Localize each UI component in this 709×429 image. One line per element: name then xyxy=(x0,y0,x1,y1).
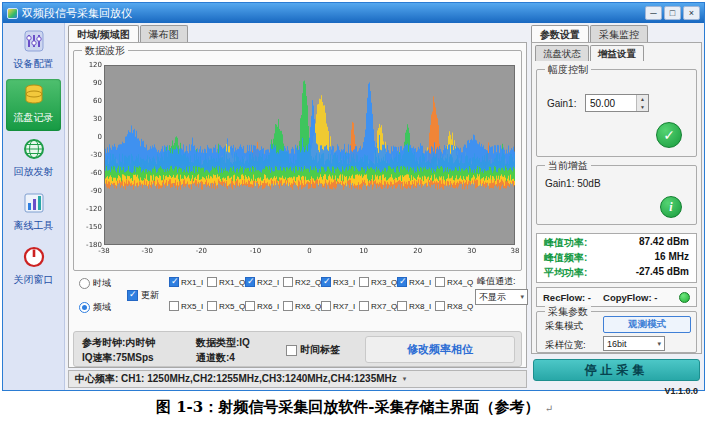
window-title: 双频段信号采集回放仪 xyxy=(22,6,132,21)
subtab-stream-status[interactable]: 流盘状态 xyxy=(535,45,589,61)
time-domain-label: 时域 xyxy=(93,277,111,290)
acq-mode-button[interactable]: 观测模式 xyxy=(603,316,691,333)
main-area: 时域/频域图 瀑布图 数据波形 时域 频域 更新 xyxy=(65,23,529,390)
avg-power-row: 平均功率: -27.45 dBm xyxy=(537,266,696,280)
version-text: V1.1.0.0 xyxy=(664,386,698,396)
sidebar-item-label: 关闭窗口 xyxy=(6,273,61,287)
peak-freq-label: 峰值频率: xyxy=(544,251,587,265)
measurements-box: 峰值功率: 87.42 dBm 峰值频率: 16 MHz 平均功率: -27.4… xyxy=(536,233,697,283)
peak-channel-dropdown[interactable]: 不显示 ▾ xyxy=(475,289,528,305)
settings-box: 流盘状态 增益设置 幅度控制 Gain1: 50.00 ▲▼ ✓ 当前增益 Ga… xyxy=(531,42,702,354)
apply-gain-button[interactable]: ✓ xyxy=(656,122,682,148)
acquisition-params-title: 采集参数 xyxy=(545,305,591,319)
channel-checkbox[interactable]: RX8_I xyxy=(397,301,435,311)
acquisition-params-group: 采集参数 采集模式 观测模式 采样位宽: 16bit ▾ xyxy=(536,311,697,353)
update-checkbox[interactable]: 更新 xyxy=(127,289,159,302)
figure-caption: 图 1-3：射频信号采集回放软件-采集存储主界面（参考） ↵ xyxy=(0,398,709,417)
channel-checkbox[interactable]: RX1_Q xyxy=(207,277,245,287)
peak-power-label: 峰值功率: xyxy=(544,236,587,250)
main-panel: 数据波形 时域 频域 更新 RX1_I RX1_Q xyxy=(68,42,527,368)
spinner-arrows[interactable]: ▲▼ xyxy=(636,95,648,111)
tab-parameter-settings[interactable]: 参数设置 xyxy=(531,25,589,42)
checkbox-box xyxy=(283,301,293,311)
sidebar-item-device-config[interactable]: 设备配置 xyxy=(6,25,61,77)
channel-checkbox[interactable]: RX2_Q xyxy=(283,277,321,287)
peak-channel-value: 不显示 xyxy=(479,291,506,304)
close-icon[interactable]: × xyxy=(683,6,700,20)
app-window: 双频段信号采集回放仪 ─ □ × 设备配置 流盘记录 回放发射 离线工具 关闭窗… xyxy=(2,2,705,391)
spinner-down-icon: ▼ xyxy=(637,103,648,111)
time-tag-checkbox[interactable]: 时间标签 xyxy=(286,343,340,357)
checkbox-box xyxy=(245,301,255,311)
channel-checkbox[interactable]: RX6_Q xyxy=(283,301,321,311)
right-panel: 参数设置 采集监控 流盘状态 增益设置 幅度控制 Gain1: 50.00 ▲▼… xyxy=(529,23,704,390)
app-icon xyxy=(7,8,18,19)
ref-clock-text: 参考时钟:内时钟 xyxy=(82,335,155,350)
gain-info-button[interactable]: i xyxy=(660,196,682,218)
gain1-label: Gain1: xyxy=(547,98,576,109)
channel-checkbox[interactable]: RX8_Q xyxy=(435,301,473,311)
power-icon xyxy=(22,245,46,269)
checkbox-box xyxy=(127,290,138,301)
tab-time-freq-domain[interactable]: 时域/频域图 xyxy=(68,25,139,42)
channel-checkbox[interactable]: RX4_I xyxy=(397,277,435,287)
time-domain-radio[interactable]: 时域 xyxy=(79,277,111,290)
channel-row-1: RX1_I RX1_Q RX2_I RX2_Q RX3_I RX3_Q RX4_… xyxy=(169,277,473,287)
channel-checkbox[interactable]: RX2_I xyxy=(245,277,283,287)
channel-checkbox[interactable]: RX5_Q xyxy=(207,301,245,311)
modify-freq-phase-button[interactable]: 修改频率相位 xyxy=(365,336,515,363)
right-tabstrip: 参数设置 采集监控 xyxy=(531,25,649,42)
sidebar-item-stream-record[interactable]: 流盘记录 xyxy=(6,79,61,131)
tab-waterfall[interactable]: 瀑布图 xyxy=(140,25,188,42)
sidebar-item-label: 流盘记录 xyxy=(6,111,61,125)
chevron-down-icon: ▾ xyxy=(520,293,524,301)
minimize-icon[interactable]: ─ xyxy=(645,6,662,20)
channel-checkbox[interactable]: RX3_I xyxy=(321,277,359,287)
sidebar-item-label: 回放发射 xyxy=(6,165,61,179)
channel-checkbox[interactable]: RX5_I xyxy=(169,301,207,311)
info-icon: i xyxy=(669,200,672,215)
checkbox-box xyxy=(359,277,369,287)
sidebar-item-close-window[interactable]: 关闭窗口 xyxy=(6,241,61,293)
freq-domain-label: 频域 xyxy=(93,301,111,314)
gain1-spinner[interactable]: 50.00 ▲▼ xyxy=(585,94,649,112)
time-tag-label: 时间标签 xyxy=(300,343,340,357)
waveform-group: 数据波形 xyxy=(73,50,522,271)
sidebar-item-playback-transmit[interactable]: 回放发射 xyxy=(6,133,61,185)
sample-bits-dropdown[interactable]: 16bit ▾ xyxy=(603,336,665,351)
channel-checkbox[interactable]: RX7_I xyxy=(321,301,359,311)
chart-controls: 时域 频域 更新 RX1_I RX1_Q RX2_I RX2_Q RX3_I R… xyxy=(73,275,522,327)
spectrum-chart xyxy=(76,61,522,263)
subtab-gain-settings[interactable]: 增益设置 xyxy=(590,45,644,61)
flow-status-led xyxy=(679,292,690,303)
bar-chart-icon xyxy=(22,191,46,215)
title-bar: 双频段信号采集回放仪 ─ □ × xyxy=(3,3,704,23)
checkbox-box xyxy=(397,277,407,287)
radio-dot xyxy=(79,302,90,313)
radio-dot xyxy=(79,278,90,289)
checkbox-box xyxy=(321,301,331,311)
channel-row-2: RX5_I RX5_Q RX6_I RX6_Q RX7_I RX7_Q RX8_… xyxy=(169,301,473,311)
stop-acquisition-button[interactable]: 停止采集 xyxy=(533,359,700,381)
waveform-group-title: 数据波形 xyxy=(82,44,128,58)
checkbox-box xyxy=(207,301,217,311)
paragraph-mark: ↵ xyxy=(545,403,553,414)
maximize-icon[interactable]: □ xyxy=(664,6,681,20)
data-type-text: 数据类型:IQ xyxy=(196,335,250,350)
current-gain-group: 当前增益 Gain1: 50dB i xyxy=(536,165,697,225)
chevron-down-icon[interactable]: ▾ xyxy=(403,375,407,383)
sidebar-item-offline-tools[interactable]: 离线工具 xyxy=(6,187,61,239)
channel-checkbox[interactable]: RX6_I xyxy=(245,301,283,311)
channel-checkbox[interactable]: RX7_Q xyxy=(359,301,397,311)
flow-status-box: RecFlow: - CopyFlow: - xyxy=(536,287,697,307)
sub-tabstrip: 流盘状态 增益设置 xyxy=(535,45,645,61)
channel-checkbox[interactable]: RX4_Q xyxy=(435,277,473,287)
sidebar-item-label: 设备配置 xyxy=(6,57,61,71)
tab-acquisition-monitor[interactable]: 采集监控 xyxy=(590,25,648,42)
sample-bits-label: 采样位宽: xyxy=(545,339,586,352)
database-icon xyxy=(22,83,46,107)
checkbox-box xyxy=(397,301,407,311)
channel-checkbox[interactable]: RX1_I xyxy=(169,277,207,287)
channel-checkbox[interactable]: RX3_Q xyxy=(359,277,397,287)
freq-domain-radio[interactable]: 频域 xyxy=(79,301,111,314)
